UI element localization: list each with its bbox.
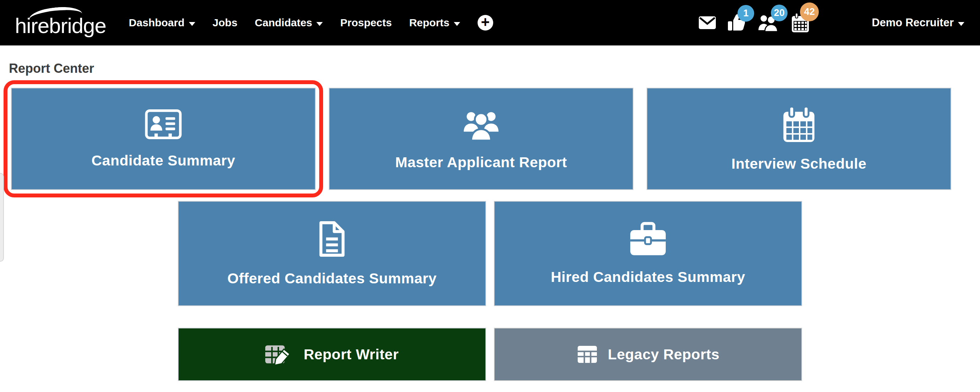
tile-candidate-summary[interactable]: Candidate Summary	[11, 88, 316, 190]
tile-label: Legacy Reports	[608, 346, 720, 363]
table-pencil-icon	[265, 343, 294, 366]
top-navbar: hirebridge Dashboard Jobs Candidates Pro…	[0, 0, 980, 45]
envelope-icon	[699, 16, 716, 29]
report-center-page: Report Center Candidat	[0, 61, 980, 381]
nav-item-label: Prospects	[340, 17, 391, 29]
tile-hired-candidates-summary[interactable]: Hired Candidates Summary	[494, 201, 802, 306]
tile-label: Hired Candidates Summary	[551, 269, 745, 285]
interviews-button[interactable]: 42	[791, 13, 810, 32]
document-icon	[318, 220, 346, 257]
messages-button[interactable]	[699, 16, 716, 29]
nav-item-label: Candidates	[255, 17, 312, 29]
plus-icon: +	[481, 14, 490, 29]
table-icon	[577, 345, 598, 363]
nav-item-prospects[interactable]: Prospects	[340, 17, 391, 29]
nav-item-dashboard[interactable]: Dashboard	[129, 17, 195, 29]
tile-report-writer[interactable]: Report Writer	[178, 328, 486, 381]
approvals-button[interactable]: 1	[728, 14, 746, 31]
tile-label: Report Writer	[304, 346, 399, 363]
tile-offered-candidates-summary[interactable]: Offered Candidates Summary	[178, 201, 486, 306]
id-card-icon	[145, 109, 182, 140]
tile-master-applicant-report[interactable]: Master Applicant Report	[329, 88, 633, 190]
tile-row-1: Candidate Summary Master Applicant Repor…	[11, 88, 980, 190]
nav-item-reports[interactable]: Reports	[409, 17, 460, 29]
caret-down-icon	[958, 22, 964, 26]
notification-badge: 20	[771, 5, 788, 21]
caret-down-icon	[317, 22, 323, 26]
users-group-icon	[463, 107, 499, 141]
nav-item-jobs[interactable]: Jobs	[213, 17, 237, 29]
tile-label: Offered Candidates Summary	[227, 270, 436, 287]
tile-legacy-reports[interactable]: Legacy Reports	[494, 328, 802, 381]
nav-item-candidates[interactable]: Candidates	[255, 17, 323, 29]
main-menu: Dashboard Jobs Candidates Prospects Repo…	[129, 15, 493, 30]
tile-label: Candidate Summary	[92, 152, 235, 169]
navbar-right-icons: 1 20	[687, 13, 964, 32]
tile-row-2: Offered Candidates Summary Hired Candida…	[0, 201, 980, 306]
people-button[interactable]: 20	[758, 14, 779, 32]
caret-down-icon	[189, 22, 195, 26]
notification-badge: 1	[738, 5, 754, 22]
nav-item-label: Jobs	[213, 17, 237, 29]
brand-logo[interactable]: hirebridge	[15, 9, 106, 37]
caret-down-icon	[454, 22, 460, 26]
tile-label: Master Applicant Report	[395, 154, 567, 171]
nav-item-label: Dashboard	[129, 17, 185, 29]
tile-label: Interview Schedule	[732, 156, 866, 172]
left-edge-tab[interactable]	[0, 173, 4, 262]
user-menu-label: Demo Recruiter	[872, 16, 954, 29]
calendar-grid-icon	[783, 106, 815, 143]
briefcase-icon	[630, 222, 667, 256]
quick-add-button[interactable]: +	[477, 15, 493, 30]
tile-interview-schedule[interactable]: Interview Schedule	[647, 88, 951, 190]
page-title: Report Center	[9, 61, 980, 76]
highlighted-tile-wrap: Candidate Summary	[11, 88, 316, 190]
nav-item-label: Reports	[409, 17, 449, 29]
notification-badge: 42	[800, 3, 819, 21]
tile-row-3: Report Writer Legacy Reports	[0, 328, 980, 381]
user-menu[interactable]: Demo Recruiter	[872, 16, 964, 29]
